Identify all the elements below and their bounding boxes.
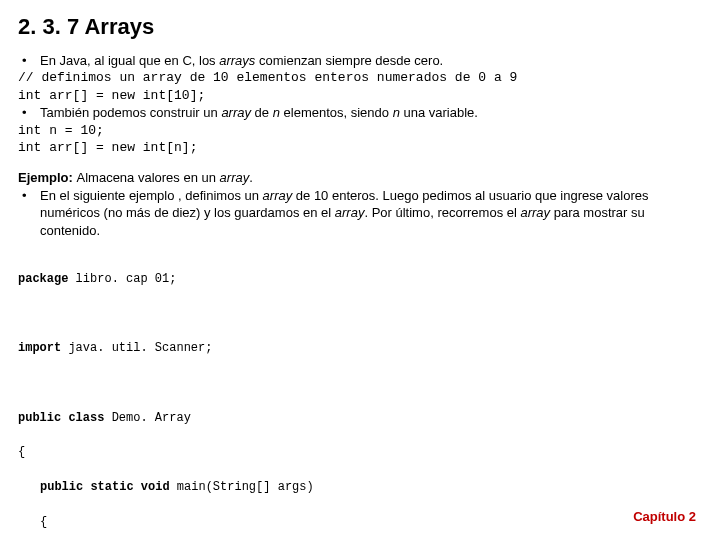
bullet-1: • En Java, al igual que en C, los arrays… xyxy=(18,52,702,70)
example-block: Ejemplo: Almacena valores en un array. •… xyxy=(18,169,702,239)
bullet-2: • También podemos construir un array de … xyxy=(18,104,702,122)
java-code: package libro. cap 01; import java. util… xyxy=(18,253,702,540)
bullet-dot: • xyxy=(18,52,40,70)
bullet-dot: • xyxy=(18,104,40,122)
bullet-3: • En el siguiente ejemplo , definimos un… xyxy=(18,187,702,240)
example-heading: Ejemplo: Almacena valores en un array. xyxy=(18,169,702,187)
code-comment-1: // definimos un array de 10 elementos en… xyxy=(18,69,702,87)
bullet-text: En Java, al igual que en C, los arrays c… xyxy=(40,52,443,70)
section-title: 2. 3. 7 Arrays xyxy=(18,12,702,42)
bullet-text: En el siguiente ejemplo , definimos un a… xyxy=(40,187,702,240)
code-line-3: int arr[] = new int[n]; xyxy=(18,139,702,157)
bullet-dot: • xyxy=(18,187,40,240)
bullet-text: También podemos construir un array de n … xyxy=(40,104,478,122)
code-line-2: int n = 10; xyxy=(18,122,702,140)
chapter-label: Capítulo 2 xyxy=(633,508,696,526)
intro-block: • En Java, al igual que en C, los arrays… xyxy=(18,52,702,157)
code-line-1: int arr[] = new int[10]; xyxy=(18,87,702,105)
